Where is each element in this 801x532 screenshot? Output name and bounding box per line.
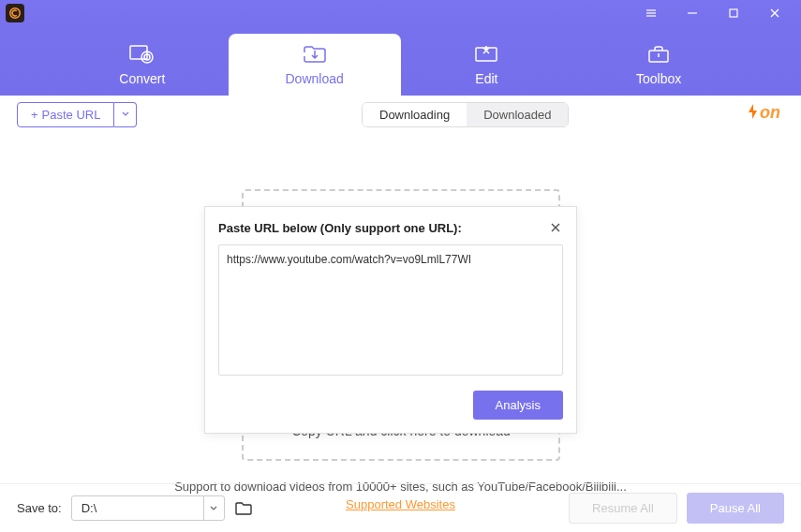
close-icon[interactable] (548, 220, 563, 235)
tab-convert[interactable]: Convert (56, 34, 229, 96)
paste-url-button[interactable]: + Paste URL (17, 102, 114, 127)
tab-label: Toolbox (636, 71, 681, 86)
chevron-down-icon[interactable] (203, 496, 224, 520)
paste-url-dialog: Paste URL below (Only support one URL): … (204, 206, 577, 434)
download-icon (301, 43, 329, 66)
save-to-label: Save to: (17, 501, 62, 515)
save-path-value: D:\ (72, 496, 203, 520)
brand-logo: on (747, 103, 780, 123)
app-logo (6, 4, 24, 22)
menu-icon[interactable] (630, 0, 672, 26)
toolbar: + Paste URL Downloading Downloaded on (0, 96, 801, 133)
maximize-icon[interactable] (713, 0, 754, 26)
titlebar (0, 0, 801, 26)
tab-label: Download (285, 71, 343, 86)
toolbox-icon (645, 43, 673, 66)
url-input[interactable] (218, 244, 563, 376)
paste-url-group: + Paste URL (17, 102, 137, 127)
close-icon[interactable] (754, 0, 795, 26)
analysis-button[interactable]: Analysis (473, 391, 563, 420)
tab-downloading[interactable]: Downloading (363, 103, 467, 126)
tab-toolbox[interactable]: Toolbox (572, 34, 745, 96)
plus-icon: + (31, 108, 38, 122)
paste-label: Paste URL (42, 108, 101, 122)
tab-label: Edit (475, 71, 497, 86)
content-area: Copy URL and click here to download Supp… (0, 133, 801, 480)
tab-downloaded[interactable]: Downloaded (467, 103, 568, 126)
save-path-select[interactable]: D:\ (71, 495, 225, 521)
dialog-title: Paste URL below (Only support one URL): (218, 221, 548, 235)
minimize-icon[interactable] (672, 0, 713, 26)
svg-rect-5 (730, 9, 737, 17)
main-tabs: Convert Download Edit Toolbox (0, 26, 801, 96)
convert-icon (128, 43, 156, 66)
tab-edit[interactable]: Edit (401, 34, 573, 96)
download-status-tabs: Downloading Downloaded (362, 102, 569, 127)
tab-label: Convert (119, 71, 165, 86)
resume-all-button[interactable]: Resume All (569, 493, 677, 524)
edit-icon (472, 43, 500, 66)
pause-all-button[interactable]: Pause All (687, 493, 784, 524)
tab-download[interactable]: Download (229, 34, 401, 96)
open-folder-button[interactable] (234, 501, 253, 516)
paste-url-dropdown[interactable] (114, 102, 137, 127)
footer-bar: Save to: D:\ Resume All Pause All (0, 483, 801, 532)
